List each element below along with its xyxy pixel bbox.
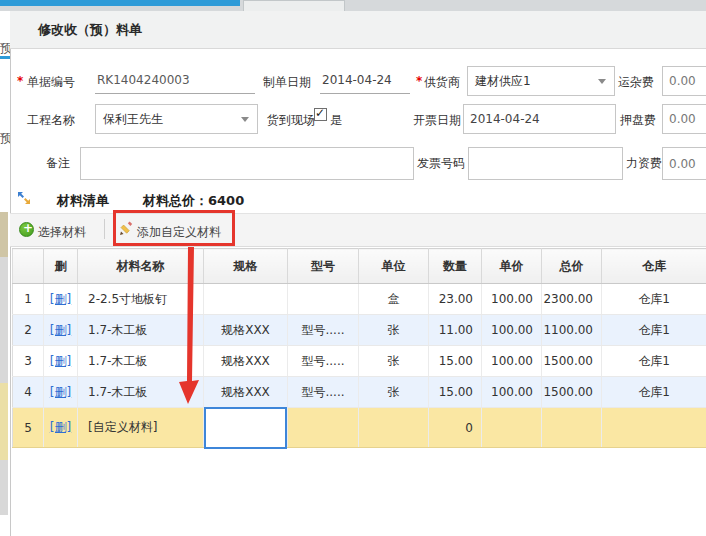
table-row: 3 [删] 1.7-木工板 规格XXX 型号..... 张 15.00 100.… [13,346,706,377]
unit-price: 100.00 [482,377,542,408]
unit-price: 100.00 [482,346,542,377]
unit: 张 [359,346,429,377]
delete-link[interactable]: [删] [50,420,71,434]
col-qty: 数量 [429,249,482,284]
invoice-date-input[interactable] [463,104,616,134]
supplier-dropdown[interactable]: 建材供应1 [467,66,615,96]
chevron-down-icon [241,117,249,122]
unit: 张 [359,315,429,346]
labor-fee-input[interactable] [662,147,706,180]
background-tab-text: 预 [0,40,10,57]
warehouse: 仓库1 [602,377,706,408]
order-date-label: 制单日期 [263,74,311,90]
row-number: 1 [13,284,44,315]
material-name: 1.7-木工板 [78,377,204,408]
required-asterisk: * [416,74,422,88]
col-unit: 单位 [359,249,429,284]
row-number: 5 [13,408,44,448]
doc-no-label: 单据编号 [27,74,75,90]
order-date-input[interactable] [320,66,410,94]
freight-fee-input[interactable] [662,66,706,96]
total-price: 2300.00 [542,284,602,315]
material-list-title: 材料清单 [57,192,109,210]
supplier-value: 建材供应1 [475,74,531,88]
quantity: 15.00 [429,377,482,408]
material-name: [自定义材料] [78,408,204,448]
total-price: 1100.00 [542,315,602,346]
pallet-fee-label: 押盘费 [620,112,656,128]
material-name: 2-2.5寸地板钉 [78,284,204,315]
spec [204,284,288,315]
freight-fee-label: 运杂费 [618,74,654,90]
delete-link[interactable]: [删] [50,292,71,306]
table-row: 2 [删] 1.7-木工板 规格XXX 型号..... 张 11.00 100.… [13,315,706,346]
row-number: 4 [13,377,44,408]
doc-no-input[interactable] [95,66,255,94]
col-total: 总价 [542,249,602,284]
delete-link[interactable]: [删] [50,323,71,337]
material-total-price: 材料总价：6400 [143,192,244,210]
expand-arrows-icon [17,191,31,205]
project-dropdown[interactable]: 保利王先生 [95,104,258,134]
unit: 盒 [359,284,429,315]
pallet-fee-input[interactable] [662,104,706,134]
delivered-check-label: 是 [330,112,342,128]
model: 型号..... [288,346,359,377]
total-price: 1500.00 [542,346,602,377]
col-price: 单价 [482,249,542,284]
project-value: 保利王先生 [103,112,163,126]
delete-link[interactable]: [删] [50,354,71,368]
unit-price [482,408,542,448]
col-rownum [13,249,44,284]
spec: 规格XXX [204,346,288,377]
row-number: 3 [13,346,44,377]
table-row: 1 [删] 2-2.5寸地板钉 盒 23.00 100.00 2300.00 仓… [13,284,706,315]
row-number: 2 [13,315,44,346]
model [288,284,359,315]
model: 型号..... [288,377,359,408]
invoice-no-input[interactable] [468,147,623,180]
select-material-button[interactable]: 选择材料 [38,224,86,241]
project-label: 工程名称 [27,112,75,128]
background-tab-text: 预 [0,130,10,147]
col-material-name: 材料名称 [78,249,204,284]
col-delete: 删 [44,249,78,284]
dialog-titlebar: 修改收（预）料单 [10,11,706,49]
background-tab-underline [0,56,10,59]
invoice-no-label: 发票号码 [417,155,465,171]
supplier-label: 供货商 [424,74,460,90]
delivered-label: 货到现场 [267,112,315,128]
quantity: 11.00 [429,315,482,346]
toolbar-divider [104,219,105,239]
remark-input[interactable] [80,147,414,180]
quantity: 23.00 [429,284,482,315]
spec: 规格XXX [204,377,288,408]
labor-fee-label: 力资费 [626,155,662,171]
total-price: 1500.00 [542,377,602,408]
unit-price: 100.00 [482,284,542,315]
custom-material-row: 5 [删] [自定义材料] 0 [13,408,706,448]
annotation-rectangle [113,210,235,246]
col-model: 型号 [288,249,359,284]
chevron-down-icon [598,79,606,84]
background-row-fragment [0,212,8,257]
delivered-checkbox[interactable] [314,108,327,121]
warehouse [602,408,706,448]
required-asterisk: * [17,74,23,88]
model: 型号..... [288,315,359,346]
unit-price: 100.00 [482,315,542,346]
custom-material-spec-input[interactable] [204,407,287,449]
quantity: 0 [429,408,482,448]
dialog-title: 修改收（预）料单 [38,22,142,37]
warehouse: 仓库1 [602,315,706,346]
delete-link[interactable]: [删] [50,385,71,399]
invoice-date-label: 开票日期 [413,112,461,128]
warehouse: 仓库1 [602,284,706,315]
model [288,408,359,448]
unit: 张 [359,377,429,408]
col-spec: 规格 [204,249,288,284]
background-scrollbar [0,212,8,515]
background-left-edge: 预 预 [0,11,10,536]
total-price [542,408,602,448]
background-inactive-tab [243,0,345,11]
